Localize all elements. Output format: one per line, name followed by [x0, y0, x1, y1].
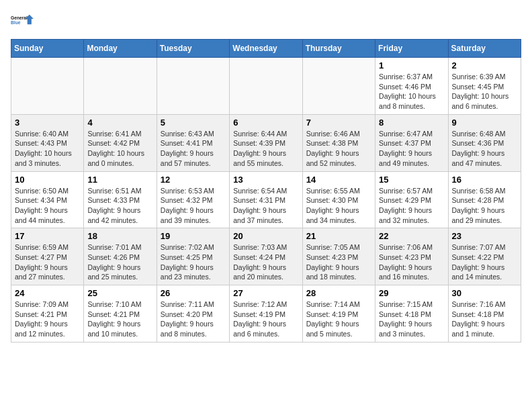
day-info: Sunrise: 6:40 AM Sunset: 4:43 PM Dayligh…	[15, 129, 80, 169]
calendar-week-row: 24Sunrise: 7:09 AM Sunset: 4:21 PM Dayli…	[11, 285, 521, 342]
day-number: 2	[452, 60, 517, 71]
day-number: 18	[87, 231, 152, 241]
day-info: Sunrise: 7:05 AM Sunset: 4:23 PM Dayligh…	[306, 242, 371, 282]
calendar-week-row: 3Sunrise: 6:40 AM Sunset: 4:43 PM Daylig…	[11, 114, 521, 171]
day-number: 23	[452, 231, 517, 241]
calendar-table: SundayMondayTuesdayWednesdayThursdayFrid…	[11, 39, 521, 342]
calendar-cell: 15Sunrise: 6:57 AM Sunset: 4:29 PM Dayli…	[375, 171, 448, 228]
day-number: 4	[87, 118, 152, 128]
header-monday: Monday	[84, 40, 157, 58]
day-info: Sunrise: 7:07 AM Sunset: 4:22 PM Dayligh…	[452, 242, 517, 282]
day-info: Sunrise: 7:16 AM Sunset: 4:18 PM Dayligh…	[452, 300, 517, 339]
calendar-cell: 23Sunrise: 7:07 AM Sunset: 4:22 PM Dayli…	[448, 228, 521, 285]
day-number: 30	[452, 288, 517, 298]
day-info: Sunrise: 6:46 AM Sunset: 4:38 PM Dayligh…	[306, 129, 371, 169]
day-info: Sunrise: 7:15 AM Sunset: 4:18 PM Dayligh…	[379, 300, 444, 339]
calendar-cell: 14Sunrise: 6:55 AM Sunset: 4:30 PM Dayli…	[302, 171, 375, 228]
day-info: Sunrise: 6:59 AM Sunset: 4:27 PM Dayligh…	[15, 242, 80, 282]
day-info: Sunrise: 6:51 AM Sunset: 4:33 PM Dayligh…	[87, 186, 152, 226]
day-number: 8	[379, 118, 444, 128]
calendar-cell: 7Sunrise: 6:46 AM Sunset: 4:38 PM Daylig…	[302, 114, 375, 171]
header-sunday: Sunday	[11, 40, 84, 58]
calendar-cell: 19Sunrise: 7:02 AM Sunset: 4:25 PM Dayli…	[157, 228, 229, 285]
calendar-cell: 30Sunrise: 7:16 AM Sunset: 4:18 PM Dayli…	[448, 285, 521, 342]
day-number: 29	[379, 288, 444, 298]
day-info: Sunrise: 6:39 AM Sunset: 4:45 PM Dayligh…	[452, 72, 517, 111]
header-wednesday: Wednesday	[230, 40, 302, 58]
day-number: 21	[306, 231, 371, 241]
calendar-cell: 13Sunrise: 6:54 AM Sunset: 4:31 PM Dayli…	[230, 171, 302, 228]
calendar-cell: 9Sunrise: 6:48 AM Sunset: 4:36 PM Daylig…	[448, 114, 521, 171]
day-number: 1	[379, 60, 444, 71]
calendar-cell: 26Sunrise: 7:11 AM Sunset: 4:20 PM Dayli…	[157, 285, 229, 342]
day-number: 6	[233, 118, 298, 128]
day-number: 16	[452, 175, 517, 185]
day-number: 14	[306, 175, 371, 185]
day-info: Sunrise: 6:37 AM Sunset: 4:46 PM Dayligh…	[379, 72, 444, 111]
calendar-cell: 6Sunrise: 6:44 AM Sunset: 4:39 PM Daylig…	[230, 114, 302, 171]
day-number: 9	[452, 118, 517, 128]
day-info: Sunrise: 6:48 AM Sunset: 4:36 PM Dayligh…	[452, 129, 517, 169]
calendar-cell: 2Sunrise: 6:39 AM Sunset: 4:45 PM Daylig…	[448, 58, 521, 115]
day-info: Sunrise: 6:47 AM Sunset: 4:37 PM Dayligh…	[379, 129, 444, 169]
calendar-cell: 1Sunrise: 6:37 AM Sunset: 4:46 PM Daylig…	[375, 58, 448, 115]
calendar-cell: 3Sunrise: 6:40 AM Sunset: 4:43 PM Daylig…	[11, 114, 84, 171]
day-number: 13	[233, 175, 298, 185]
calendar-cell	[230, 58, 302, 115]
day-info: Sunrise: 7:09 AM Sunset: 4:21 PM Dayligh…	[15, 300, 80, 339]
svg-text:Blue: Blue	[11, 20, 21, 25]
calendar-cell: 18Sunrise: 7:01 AM Sunset: 4:26 PM Dayli…	[84, 228, 157, 285]
calendar-cell: 22Sunrise: 7:06 AM Sunset: 4:23 PM Dayli…	[375, 228, 448, 285]
day-info: Sunrise: 7:14 AM Sunset: 4:19 PM Dayligh…	[306, 300, 371, 339]
day-info: Sunrise: 6:58 AM Sunset: 4:28 PM Dayligh…	[452, 186, 517, 226]
calendar-cell	[84, 58, 157, 115]
header-tuesday: Tuesday	[157, 40, 229, 58]
calendar-cell: 28Sunrise: 7:14 AM Sunset: 4:19 PM Dayli…	[302, 285, 375, 342]
day-number: 22	[379, 231, 444, 241]
day-info: Sunrise: 6:43 AM Sunset: 4:41 PM Dayligh…	[161, 129, 226, 169]
calendar-cell: 21Sunrise: 7:05 AM Sunset: 4:23 PM Dayli…	[302, 228, 375, 285]
day-number: 25	[87, 288, 152, 298]
day-info: Sunrise: 7:12 AM Sunset: 4:19 PM Dayligh…	[233, 300, 298, 339]
day-info: Sunrise: 7:11 AM Sunset: 4:20 PM Dayligh…	[161, 300, 226, 339]
day-number: 15	[379, 175, 444, 185]
day-number: 24	[15, 288, 80, 298]
calendar-week-row: 10Sunrise: 6:50 AM Sunset: 4:34 PM Dayli…	[11, 171, 521, 228]
day-info: Sunrise: 6:41 AM Sunset: 4:42 PM Dayligh…	[87, 129, 152, 169]
logo-icon: GeneralBlue	[11, 11, 35, 31]
day-number: 28	[306, 288, 371, 298]
calendar-week-row: 17Sunrise: 6:59 AM Sunset: 4:27 PM Dayli…	[11, 228, 521, 285]
day-info: Sunrise: 6:50 AM Sunset: 4:34 PM Dayligh…	[15, 186, 80, 226]
day-number: 5	[161, 118, 226, 128]
calendar-cell: 5Sunrise: 6:43 AM Sunset: 4:41 PM Daylig…	[157, 114, 229, 171]
logo: GeneralBlue	[11, 11, 35, 31]
calendar-cell: 25Sunrise: 7:10 AM Sunset: 4:21 PM Dayli…	[84, 285, 157, 342]
day-number: 27	[233, 288, 298, 298]
calendar-cell: 8Sunrise: 6:47 AM Sunset: 4:37 PM Daylig…	[375, 114, 448, 171]
day-info: Sunrise: 7:01 AM Sunset: 4:26 PM Dayligh…	[87, 242, 152, 282]
day-number: 7	[306, 118, 371, 128]
header: GeneralBlue	[11, 11, 521, 31]
header-saturday: Saturday	[448, 40, 521, 58]
day-info: Sunrise: 6:53 AM Sunset: 4:32 PM Dayligh…	[161, 186, 226, 226]
calendar-cell: 11Sunrise: 6:51 AM Sunset: 4:33 PM Dayli…	[84, 171, 157, 228]
day-info: Sunrise: 6:55 AM Sunset: 4:30 PM Dayligh…	[306, 186, 371, 226]
calendar-week-row: 1Sunrise: 6:37 AM Sunset: 4:46 PM Daylig…	[11, 58, 521, 115]
calendar-cell: 17Sunrise: 6:59 AM Sunset: 4:27 PM Dayli…	[11, 228, 84, 285]
header-friday: Friday	[375, 40, 448, 58]
calendar-cell: 29Sunrise: 7:15 AM Sunset: 4:18 PM Dayli…	[375, 285, 448, 342]
day-number: 20	[233, 231, 298, 241]
calendar-cell: 20Sunrise: 7:03 AM Sunset: 4:24 PM Dayli…	[230, 228, 302, 285]
day-number: 17	[15, 231, 80, 241]
calendar-cell: 24Sunrise: 7:09 AM Sunset: 4:21 PM Dayli…	[11, 285, 84, 342]
calendar-cell: 16Sunrise: 6:58 AM Sunset: 4:28 PM Dayli…	[448, 171, 521, 228]
day-number: 12	[161, 175, 226, 185]
day-number: 19	[161, 231, 226, 241]
calendar-cell	[157, 58, 229, 115]
calendar-cell: 4Sunrise: 6:41 AM Sunset: 4:42 PM Daylig…	[84, 114, 157, 171]
day-number: 10	[15, 175, 80, 185]
day-number: 3	[15, 118, 80, 128]
calendar-cell: 10Sunrise: 6:50 AM Sunset: 4:34 PM Dayli…	[11, 171, 84, 228]
day-info: Sunrise: 7:02 AM Sunset: 4:25 PM Dayligh…	[161, 242, 226, 282]
day-info: Sunrise: 6:57 AM Sunset: 4:29 PM Dayligh…	[379, 186, 444, 226]
